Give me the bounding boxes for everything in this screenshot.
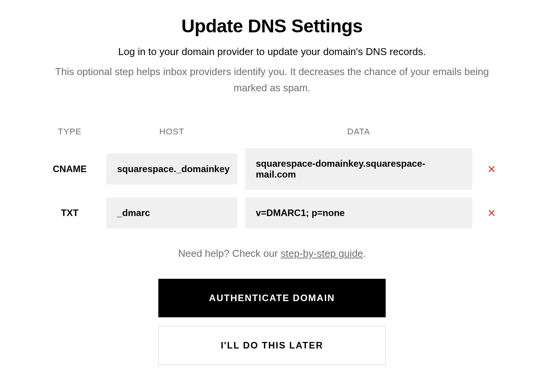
do-later-button[interactable]: I'LL DO THIS LATER [158,326,386,365]
table-row: CNAME squarespace._domainkey squarespace… [41,148,503,190]
column-header-status [480,127,503,137]
table-row: TXT _dmarc v=DMARC1; p=none [41,198,503,228]
error-x-icon [487,208,496,218]
help-suffix: . [363,248,366,259]
record-status-cell [480,164,503,174]
record-data-cell[interactable]: v=DMARC1; p=none [245,198,472,228]
header-section: Update DNS Settings Log in to your domai… [41,15,503,96]
help-prefix: Need help? Check our [178,248,280,259]
table-header-row: TYPE HOST DATA [41,127,503,148]
page-title: Update DNS Settings [41,15,503,37]
error-x-icon [487,164,496,174]
page-description: This optional step helps inbox providers… [41,64,503,96]
column-header-type: TYPE [41,127,99,137]
page-subtitle: Log in to your domain provider to update… [41,46,503,58]
record-data-cell[interactable]: squarespace-domainkey.squarespace-mail.c… [245,148,472,190]
authenticate-domain-button[interactable]: AUTHENTICATE DOMAIN [158,279,386,317]
dns-records-table: TYPE HOST DATA CNAME squarespace._domain… [41,127,503,228]
record-status-cell [480,208,503,218]
record-type-cell: TXT [41,208,99,218]
column-header-data: DATA [245,127,472,137]
record-host-cell[interactable]: squarespace._domainkey [106,154,237,184]
column-header-host: HOST [106,127,237,137]
record-host-cell[interactable]: _dmarc [106,198,237,228]
action-buttons: AUTHENTICATE DOMAIN I'LL DO THIS LATER [41,279,503,365]
help-text: Need help? Check our step-by-step guide. [41,248,503,260]
help-guide-link[interactable]: step-by-step guide [280,248,363,259]
dns-settings-panel: Update DNS Settings Log in to your domai… [41,15,503,365]
record-type-cell: CNAME [41,164,99,174]
